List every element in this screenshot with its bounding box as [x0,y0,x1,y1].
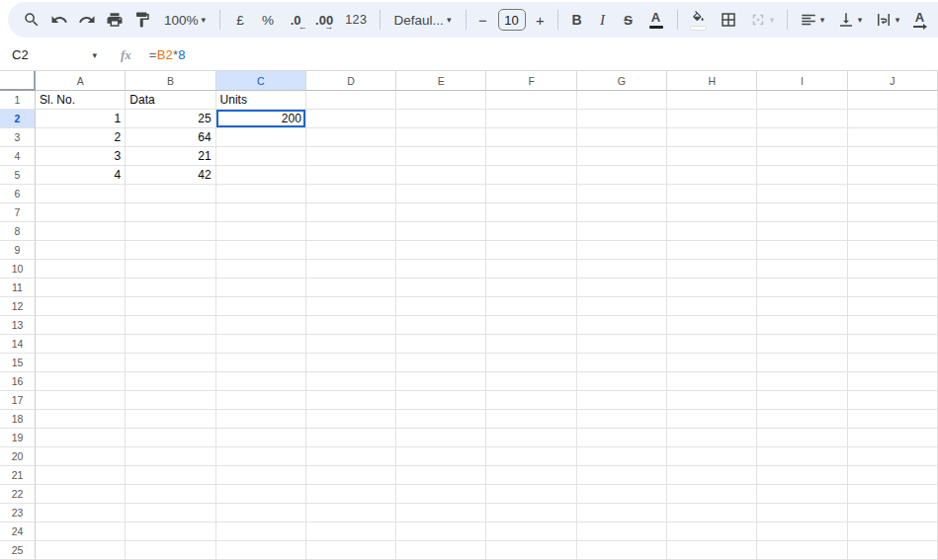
cell-B15[interactable] [126,354,215,372]
row-header-16[interactable]: 16 [0,372,36,391]
cell-I16[interactable] [757,372,847,391]
cell-G22[interactable] [577,485,667,504]
cell-H16[interactable] [667,372,757,391]
cell-C22[interactable] [216,485,306,504]
cell-B22[interactable] [126,485,215,504]
cell-H23[interactable] [667,504,757,522]
cell-C12[interactable] [216,297,306,316]
cell-F19[interactable] [486,429,576,447]
cell-A21[interactable] [36,466,126,485]
row-header-9[interactable]: 9 [0,241,36,260]
cell-B8[interactable] [126,222,215,241]
cell-C8[interactable] [216,222,306,241]
cell-B7[interactable] [126,203,215,222]
cell-E4[interactable] [396,147,486,166]
cell-D10[interactable] [306,260,396,279]
cell-B3[interactable]: 64 [126,128,215,147]
column-header-G[interactable]: G [577,71,667,91]
cell-C1[interactable]: Units [216,91,306,110]
cell-C3[interactable] [216,128,306,147]
row-header-6[interactable]: 6 [0,185,36,203]
paint-format-button[interactable] [128,6,156,34]
cell-D13[interactable] [306,316,396,335]
cell-E19[interactable] [396,429,486,447]
select-all-corner[interactable] [0,71,36,91]
cell-A2[interactable]: 1 [36,110,126,128]
row-header-14[interactable]: 14 [0,335,36,354]
cell-J10[interactable] [848,260,938,279]
cell-B14[interactable] [126,335,215,354]
cell-J3[interactable] [848,128,938,147]
cell-H19[interactable] [667,429,757,447]
cell-J24[interactable] [848,522,938,541]
cell-B24[interactable] [126,522,215,541]
row-header-23[interactable]: 23 [0,504,36,522]
cell-F5[interactable] [486,166,576,185]
row-header-18[interactable]: 18 [0,410,36,429]
fill-color-button[interactable] [684,6,714,34]
cell-D20[interactable] [306,447,396,466]
cell-G5[interactable] [577,166,667,185]
row-header-8[interactable]: 8 [0,222,36,241]
cell-D11[interactable] [306,279,396,297]
cell-D12[interactable] [306,297,396,316]
cell-A9[interactable] [36,241,126,260]
row-header-12[interactable]: 12 [0,297,36,316]
cell-G24[interactable] [577,522,667,541]
cell-B12[interactable] [126,297,215,316]
column-header-D[interactable]: D [306,71,396,91]
cell-C24[interactable] [216,522,306,541]
cell-G6[interactable] [577,185,667,203]
column-header-F[interactable]: F [486,71,576,91]
cell-I22[interactable] [757,485,847,504]
cell-F21[interactable] [486,466,576,485]
cell-J5[interactable] [848,166,938,185]
cell-E10[interactable] [396,260,486,279]
cell-A7[interactable] [36,203,126,222]
cell-D23[interactable] [306,504,396,522]
bold-button[interactable]: B [564,6,590,34]
cell-G17[interactable] [577,391,667,410]
cell-D25[interactable] [306,541,396,560]
cell-C15[interactable] [216,354,306,372]
undo-button[interactable] [45,6,73,34]
cell-E12[interactable] [396,297,486,316]
column-header-B[interactable]: B [126,71,215,91]
cell-H6[interactable] [667,185,757,203]
cell-D24[interactable] [306,522,396,541]
cell-D18[interactable] [306,410,396,429]
borders-button[interactable] [714,6,743,34]
row-header-20[interactable]: 20 [0,447,36,466]
row-header-22[interactable]: 22 [0,485,36,504]
cell-G4[interactable] [577,147,667,166]
cell-D14[interactable] [306,335,396,354]
cell-I11[interactable] [757,279,847,297]
cell-A10[interactable] [36,260,126,279]
cell-H21[interactable] [667,466,757,485]
cell-E9[interactable] [396,241,486,260]
cell-A1[interactable]: Sl. No. [36,91,126,110]
cell-H4[interactable] [667,147,757,166]
cell-J13[interactable] [848,316,938,335]
cell-D3[interactable] [306,128,396,147]
cell-B6[interactable] [126,185,215,203]
print-button[interactable] [101,6,128,34]
cell-E3[interactable] [396,128,486,147]
cell-F6[interactable] [486,185,576,203]
cell-J11[interactable] [848,279,938,297]
cell-F9[interactable] [486,241,576,260]
row-header-10[interactable]: 10 [0,260,36,279]
cell-E17[interactable] [396,391,486,410]
row-header-4[interactable]: 4 [0,147,36,166]
cell-F7[interactable] [486,203,576,222]
cell-C2[interactable]: 200 [216,110,306,128]
row-header-25[interactable]: 25 [0,541,36,560]
cell-J18[interactable] [848,410,938,429]
cell-C7[interactable] [216,203,306,222]
cell-I15[interactable] [757,354,847,372]
cell-C5[interactable] [216,166,306,185]
cell-C20[interactable] [216,447,306,466]
row-header-2[interactable]: 2 [0,110,36,128]
cell-A6[interactable] [36,185,126,203]
cell-G1[interactable] [577,91,667,110]
